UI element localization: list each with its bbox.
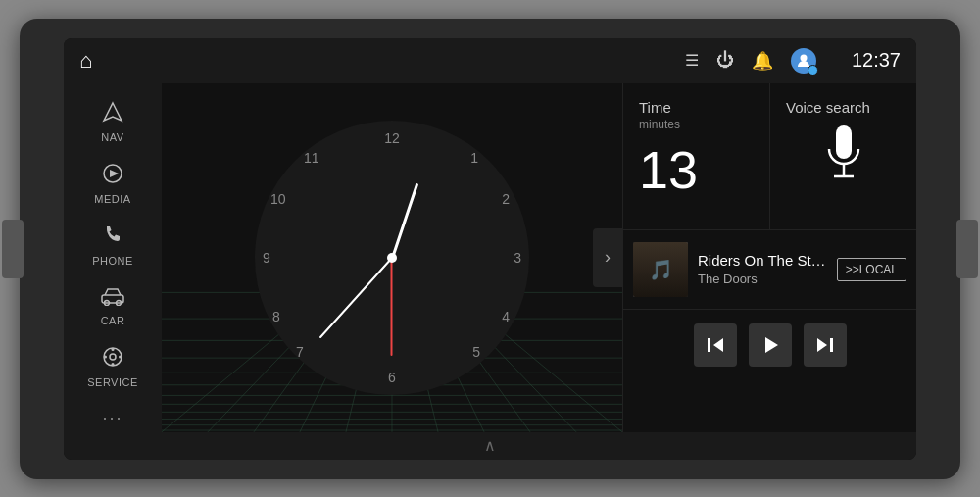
main-content: NAV MEDIA [64,83,916,432]
service-label: SERVICE [87,376,138,388]
now-playing: Riders On The Storm The Doors >>LOCAL [623,230,916,310]
car-label: CAR [101,315,125,326]
svg-marker-3 [110,170,119,177]
svg-rect-43 [830,338,833,352]
svg-rect-36 [836,125,852,159]
power-icon[interactable]: ⏻ [716,50,734,71]
clock-number-8: 8 [272,309,280,324]
svg-marker-42 [817,338,827,352]
play-button[interactable] [749,323,792,367]
track-artist: The Doors [698,272,827,286]
hour-hand [391,182,418,258]
sidebar-item-car[interactable]: CAR [64,276,162,336]
album-art [633,242,688,297]
top-bar: ⌂ ☰ ⏻ 🔔 12:37 [64,38,916,83]
svg-marker-1 [104,103,122,121]
bell-icon[interactable]: 🔔 [752,50,773,72]
media-label: MEDIA [94,193,130,205]
chevron-up-icon: ∧ [484,436,496,455]
sidebar-item-nav[interactable]: NAV [64,91,162,153]
clock-number-3: 3 [514,250,521,266]
sidebar-item-media[interactable]: MEDIA [64,153,162,215]
home-icon[interactable]: ⌂ [79,48,92,74]
second-hand [391,258,393,356]
music-section: Riders On The Storm The Doors >>LOCAL [623,230,916,432]
clock-number-6: 6 [388,370,396,385]
bracket-right [956,220,978,278]
time-widget-value: 13 [639,143,754,196]
top-bar-icons: ☰ ⏻ 🔔 12:37 [685,48,901,74]
car-icon [100,286,125,312]
phone-icon [102,224,123,252]
music-controls [623,310,916,380]
prev-button[interactable] [694,323,737,367]
time-widget-label: Time [639,99,754,116]
svg-rect-40 [708,338,710,352]
svg-point-12 [119,355,122,358]
clock-number-12: 12 [384,130,400,146]
media-icon [102,163,123,190]
track-info: Riders On The Storm The Doors [698,252,827,286]
service-icon [102,346,123,373]
time-widget: Time minutes 13 [623,83,770,229]
clock-number-4: 4 [502,309,510,324]
voice-widget-label: Voice search [786,99,870,116]
clock-number-5: 5 [472,344,480,360]
bottom-bar[interactable]: ∧ [64,432,916,460]
sidebar: NAV MEDIA [64,83,162,432]
expand-button[interactable]: › [593,228,622,287]
clock-number-10: 10 [270,191,286,207]
album-art-image [633,242,688,297]
user-avatar[interactable] [791,48,816,74]
clock-number-1: 1 [470,150,478,166]
svg-marker-39 [713,338,723,352]
svg-point-10 [112,363,115,366]
screen: ⌂ ☰ ⏻ 🔔 12:37 [64,38,916,460]
svg-point-9 [112,348,115,351]
voice-widget[interactable]: Voice search [770,83,916,229]
right-panel: Time minutes 13 Voice search [622,83,916,432]
next-button[interactable] [804,323,847,367]
svg-marker-41 [765,337,778,353]
clock-number-2: 2 [502,191,510,207]
nav-icon [102,101,123,128]
sidebar-item-phone[interactable]: PHONE [64,215,162,276]
svg-point-11 [104,355,107,358]
svg-point-0 [800,54,807,61]
analog-clock: 12 1 2 3 4 5 6 7 8 9 10 11 [255,121,529,395]
svg-point-8 [110,354,116,360]
track-title: Riders On The Storm [698,252,827,269]
clock-number-7: 7 [296,344,304,360]
menu-icon[interactable]: ☰ [685,51,699,70]
device-body: ⌂ ☰ ⏻ 🔔 12:37 [20,19,960,479]
local-button[interactable]: >>LOCAL [837,258,906,281]
clock-display: 12:37 [852,49,901,72]
more-dots[interactable]: ··· [102,398,122,432]
clock-area: 12 1 2 3 4 5 6 7 8 9 10 11 [162,83,622,432]
clock-number-9: 9 [263,250,270,266]
time-widget-sublabel: minutes [639,118,754,131]
clock-center [387,253,397,263]
clock-number-11: 11 [304,150,319,166]
info-top: Time minutes 13 Voice search [623,83,916,230]
bracket-left [2,220,24,278]
sidebar-item-service[interactable]: SERVICE [64,336,162,398]
mic-icon[interactable] [786,125,901,182]
phone-label: PHONE [92,255,133,267]
minute-hand [319,257,393,338]
nav-label: NAV [101,131,123,143]
